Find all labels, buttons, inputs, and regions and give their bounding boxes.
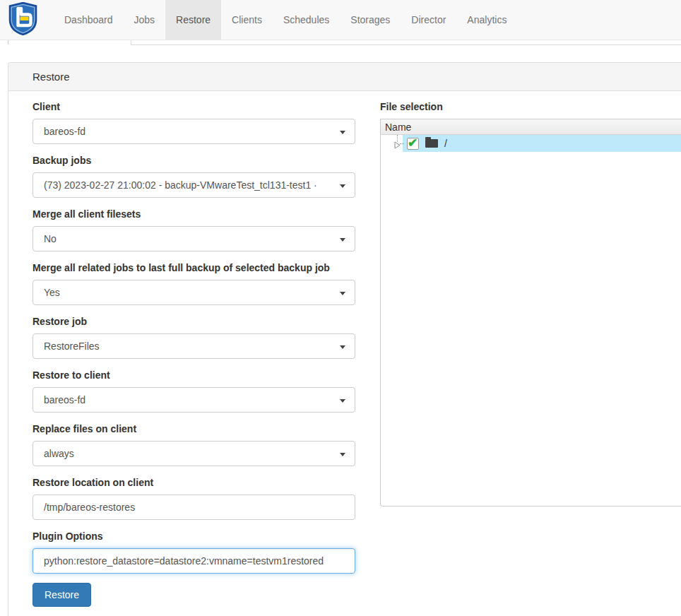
restore-location-label: Restore location on client xyxy=(32,477,355,489)
restore-panel: Restore Client bareos-fd Backup jobs (73… xyxy=(8,62,681,616)
nav-item-storages[interactable]: Storages xyxy=(340,0,401,40)
merge-filesets-select[interactable]: No xyxy=(32,226,355,251)
backup-jobs-select-value: (73) 2023-02-27 21:00:02 - backup-VMware… xyxy=(44,179,317,191)
panel-title: Restore xyxy=(8,63,681,91)
nav-item-restore[interactable]: Restore xyxy=(165,0,221,40)
chevron-down-icon xyxy=(340,238,345,242)
client-select-value: bareos-fd xyxy=(44,126,85,137)
node-name: / xyxy=(444,138,447,149)
backup-jobs-group: Backup jobs (73) 2023-02-27 21:00:02 - b… xyxy=(32,155,355,198)
merge-related-jobs-group: Merge all related jobs to last full back… xyxy=(32,262,355,305)
checked-checkbox-icon[interactable]: ✔ xyxy=(407,138,419,150)
name-column-header: Name xyxy=(381,119,681,135)
bareos-shield-icon xyxy=(8,2,37,37)
file-selection-tree: Name ✔ xyxy=(380,119,681,507)
restore-to-client-select[interactable]: bareos-fd xyxy=(32,387,355,413)
backup-jobs-label: Backup jobs xyxy=(32,155,355,167)
replace-files-group: Replace files on client always xyxy=(32,423,355,466)
active-tab-left-edge xyxy=(8,40,8,45)
client-select[interactable]: bareos-fd xyxy=(32,119,355,144)
selected-node-root[interactable]: ✔ / xyxy=(403,135,681,152)
merge-filesets-group: Merge all client filesets No xyxy=(32,208,355,251)
file-selection-label: File selection xyxy=(380,101,681,113)
restore-submit-button[interactable]: Restore xyxy=(32,583,91,607)
tree-row-root[interactable]: ✔ / xyxy=(381,135,681,152)
chevron-down-icon xyxy=(340,345,345,349)
restore-to-client-select-value: bareos-fd xyxy=(44,394,85,405)
merge-filesets-label: Merge all client filesets xyxy=(32,208,355,220)
client-label: Client xyxy=(32,101,355,113)
merge-related-jobs-label: Merge all related jobs to last full back… xyxy=(32,262,355,274)
restore-to-client-group: Restore to client bareos-fd xyxy=(32,369,355,413)
nav-item-dashboard[interactable]: Dashboard xyxy=(54,0,124,40)
replace-files-select-value: always xyxy=(44,448,74,459)
chevron-down-icon xyxy=(340,184,345,188)
tab-strip xyxy=(0,40,681,45)
client-group: Client bareos-fd xyxy=(32,101,355,144)
replace-files-select[interactable]: always xyxy=(32,441,355,466)
replace-files-label: Replace files on client xyxy=(32,423,355,435)
merge-related-jobs-select[interactable]: Yes xyxy=(32,280,355,305)
file-selection-section: File selection Name xyxy=(380,101,681,607)
chevron-down-icon xyxy=(340,131,345,134)
backup-jobs-select[interactable]: (73) 2023-02-27 21:00:02 - backup-VMware… xyxy=(32,172,355,198)
tree-gutter xyxy=(381,135,403,152)
restore-form-body: Client bareos-fd Backup jobs (73) 2023-0… xyxy=(8,91,681,616)
bareos-logo[interactable] xyxy=(0,0,45,40)
restore-job-label: Restore job xyxy=(32,316,355,328)
main-navbar: Dashboard Jobs Restore Clients Schedules… xyxy=(0,0,681,40)
merge-filesets-select-value: No xyxy=(44,233,57,244)
plugin-options-group: Plugin Options xyxy=(32,531,355,574)
restore-location-group: Restore location on client xyxy=(32,477,355,520)
restore-to-client-label: Restore to client xyxy=(32,369,355,381)
restore-job-group: Restore job RestoreFiles xyxy=(32,316,355,359)
plugin-options-input[interactable] xyxy=(32,548,355,574)
restore-form: Client bareos-fd Backup jobs (73) 2023-0… xyxy=(32,101,355,607)
nav-item-schedules[interactable]: Schedules xyxy=(273,0,340,40)
chevron-down-icon xyxy=(340,453,345,456)
plugin-options-label: Plugin Options xyxy=(32,531,355,543)
nav-menu: Dashboard Jobs Restore Clients Schedules… xyxy=(54,0,517,40)
restore-job-select[interactable]: RestoreFiles xyxy=(32,333,355,359)
merge-related-jobs-select-value: Yes xyxy=(44,287,60,298)
folder-icon xyxy=(425,139,438,148)
restore-job-select-value: RestoreFiles xyxy=(44,340,100,352)
nav-item-analytics[interactable]: Analytics xyxy=(456,0,517,40)
chevron-down-icon xyxy=(340,399,345,403)
tab-strip-border xyxy=(131,45,681,45)
nav-item-director[interactable]: Director xyxy=(401,0,456,40)
check-mark: ✔ xyxy=(408,136,418,150)
restore-location-input[interactable] xyxy=(32,494,355,520)
nav-item-jobs[interactable]: Jobs xyxy=(124,0,166,40)
nav-item-clients[interactable]: Clients xyxy=(221,0,273,40)
expander-triangle-icon[interactable] xyxy=(394,140,401,148)
chevron-down-icon xyxy=(340,292,345,295)
